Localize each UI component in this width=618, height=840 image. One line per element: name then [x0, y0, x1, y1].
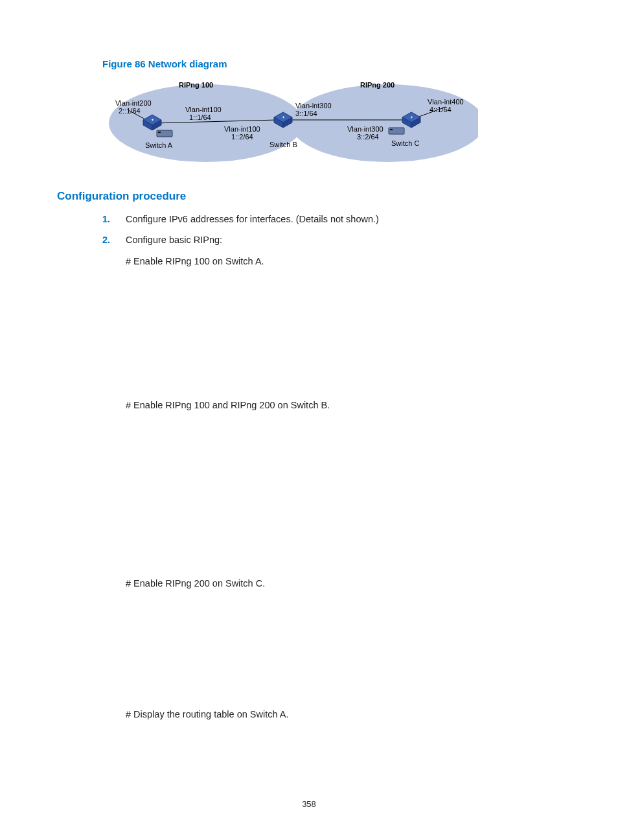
instruction-a: # Enable RIPng 100 on Switch A. [126, 254, 561, 268]
switch-icon: ✦ [400, 111, 422, 128]
switch-c-label: Switch C [391, 139, 419, 147]
svg-text:✦: ✦ [282, 115, 285, 119]
step-number: 1. [102, 212, 110, 226]
switch-icon: ✦ [272, 111, 294, 128]
vlan-int100-left-addr: 1::1/64 [189, 113, 211, 121]
whitespace [57, 413, 561, 576]
svg-rect-20 [389, 128, 404, 134]
instruction-b: # Enable RIPng 100 and RIPng 200 on Swit… [126, 398, 561, 412]
step-2: 2. Configure basic RIPng: [57, 233, 561, 247]
svg-text:✦: ✦ [151, 118, 154, 122]
figure-caption: Figure 86 Network diagram [102, 58, 561, 69]
svg-rect-21 [390, 129, 393, 130]
instruction-d: # Display the routing table on Switch A. [126, 707, 561, 721]
network-diagram: ✦ ✦ ✦ RIPng 100 RIPng 200 Vlan-int200 2:… [102, 75, 478, 172]
ripng-200-label: RIPng 200 [360, 81, 395, 89]
document-page: Figure 86 Network diagram ✦ [0, 0, 618, 840]
svg-rect-11 [158, 132, 161, 133]
whitespace [57, 268, 561, 398]
vlan-int400-addr: 4::1/64 [429, 106, 452, 113]
section-heading: Configuration procedure [57, 190, 561, 203]
instruction-c: # Enable RIPng 200 on Switch C. [126, 576, 561, 590]
vlan-int100-left-label: Vlan-int100 [185, 106, 222, 113]
vlan-int400-label: Vlan-int400 [428, 98, 464, 106]
step-text: Configure IPv6 addresses for interfaces.… [126, 214, 379, 224]
switch-a-label: Switch A [145, 141, 172, 149]
step-1: 1. Configure IPv6 addresses for interfac… [57, 212, 561, 226]
step-text: Configure basic RIPng: [126, 235, 222, 245]
vlan-int300-right-addr: 3::2/64 [357, 133, 379, 141]
page-number: 358 [0, 799, 618, 809]
vlan-int200-label: Vlan-int200 [115, 99, 152, 107]
server-icon [387, 126, 406, 135]
svg-text:✦: ✦ [410, 115, 413, 119]
vlan-int300-left-label: Vlan-int300 [295, 102, 332, 110]
vlan-int200-addr: 2::1/64 [119, 107, 141, 115]
steps-list: 1. Configure IPv6 addresses for interfac… [57, 212, 561, 248]
vlan-int300-right-label: Vlan-int300 [347, 125, 383, 133]
switch-icon: ✦ [141, 113, 163, 130]
vlan-int300-left-addr: 3::1/64 [295, 110, 317, 117]
vlan-int100-right-label: Vlan-int100 [224, 125, 260, 133]
step-number: 2. [102, 233, 110, 247]
server-icon [155, 129, 174, 138]
svg-point-1 [290, 84, 478, 162]
switch-b-label: Switch B [269, 141, 297, 148]
whitespace [57, 590, 561, 707]
svg-rect-10 [157, 130, 172, 137]
ripng-100-label: RIPng 100 [179, 81, 213, 89]
vlan-int100-right-addr: 1::2/64 [231, 133, 253, 141]
